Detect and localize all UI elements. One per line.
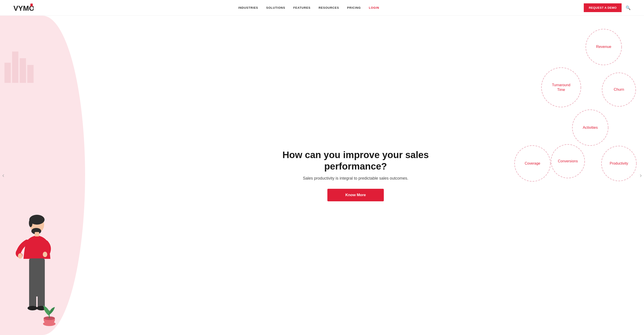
logo[interactable]: VYMO (14, 3, 34, 13)
svg-text:Activities: Activities (583, 126, 598, 130)
svg-rect-10 (29, 284, 36, 308)
building-1 (4, 63, 11, 83)
svg-point-7 (18, 253, 22, 259)
nav-login[interactable]: LOGIN (369, 6, 379, 10)
svg-point-5 (29, 219, 32, 227)
svg-point-12 (28, 306, 38, 310)
navigation: VYMO INDUSTRIES SOLUTIONS FEATURES RESOU… (0, 0, 644, 16)
building-3 (20, 58, 26, 83)
svg-text:Revenue: Revenue (596, 44, 611, 49)
nav-resources[interactable]: RESOURCES (319, 6, 339, 10)
nav-solutions[interactable]: SOLUTIONS (266, 6, 285, 10)
carousel-right-arrow[interactable]: › (640, 172, 642, 179)
logo-svg: VYMO (14, 3, 34, 13)
nav-features[interactable]: FEATURES (293, 6, 310, 10)
building-2 (12, 52, 18, 83)
plant-illustration (40, 304, 58, 327)
svg-point-8 (43, 252, 47, 257)
person-svg (12, 210, 62, 317)
nav-pricing[interactable]: PRICING (347, 6, 361, 10)
hero-section: ‹ How can you improve your sales perform… (0, 16, 644, 335)
building-4 (27, 65, 34, 83)
nav-industries[interactable]: INDUSTRIES (238, 6, 258, 10)
svg-text:Time: Time (557, 88, 565, 92)
search-icon[interactable]: 🔍 (626, 5, 630, 10)
svg-point-20 (542, 68, 581, 107)
nav-actions: REQUEST A DEMO 🔍 (584, 3, 630, 12)
nav-links: INDUSTRIES SOLUTIONS FEATURES RESOURCES … (238, 6, 379, 10)
hero-subtitle: Sales productivity is integral to predic… (303, 176, 408, 181)
hero-title: How can you improve your sales performan… (280, 149, 432, 172)
svg-text:Churn: Churn (614, 87, 624, 92)
plant-svg (40, 304, 58, 326)
request-demo-button[interactable]: REQUEST A DEMO (584, 3, 622, 12)
know-more-button[interactable]: Know More (327, 189, 384, 201)
buildings-decoration (4, 52, 34, 83)
hero-content: How can you improve your sales performan… (67, 149, 644, 201)
svg-rect-14 (35, 232, 39, 236)
carousel-left-arrow[interactable]: ‹ (2, 172, 4, 179)
svg-text:Turnaround: Turnaround (552, 83, 570, 87)
